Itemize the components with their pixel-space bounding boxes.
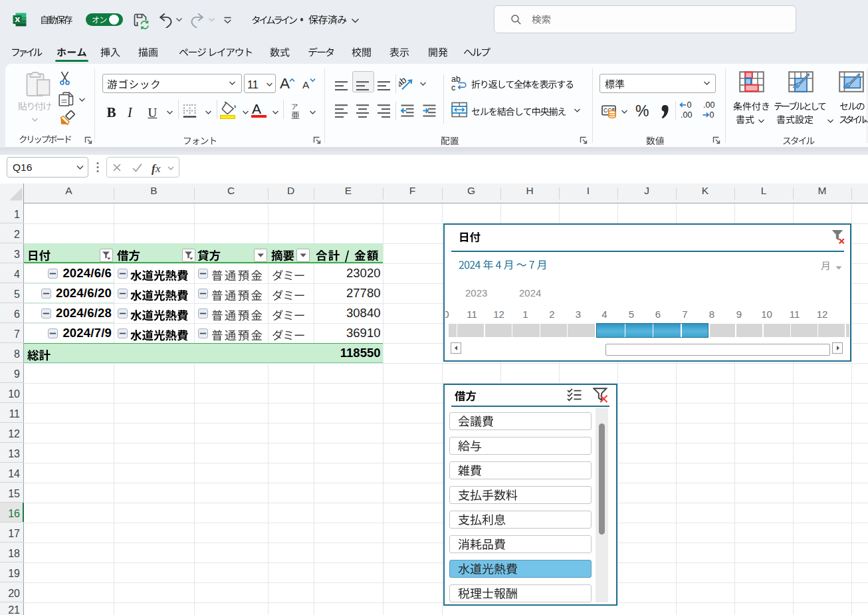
svg-text:0: 0 bbox=[687, 101, 692, 110]
svg-text:0: 0 bbox=[710, 110, 714, 119]
svg-text:ab: ab bbox=[399, 75, 408, 89]
svg-text:.00: .00 bbox=[703, 101, 714, 110]
svg-text:c: c bbox=[451, 83, 455, 92]
svg-text:.00: .00 bbox=[681, 110, 692, 119]
